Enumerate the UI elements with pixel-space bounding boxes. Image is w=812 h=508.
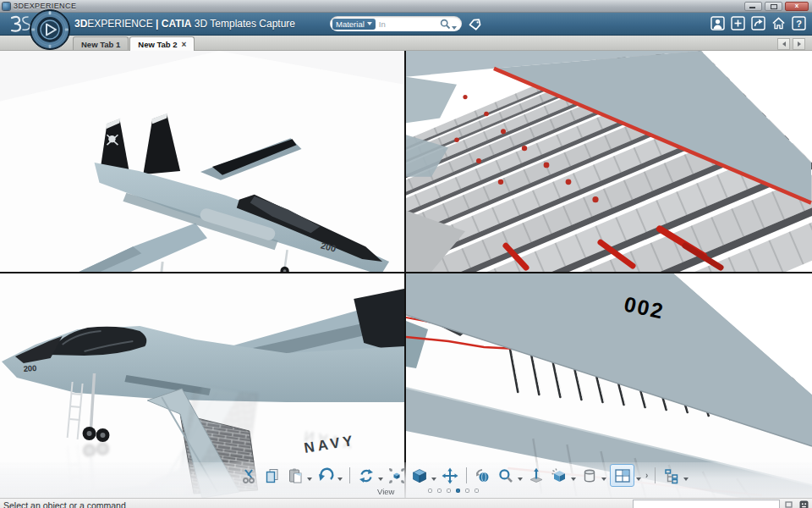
iso-view-icon (411, 467, 428, 484)
shading-icon (551, 467, 568, 484)
turn-icon (475, 467, 491, 484)
pan-button[interactable] (440, 466, 460, 486)
restore-button[interactable] (765, 2, 782, 11)
turn-button[interactable] (473, 466, 493, 486)
paste-icon (287, 467, 304, 484)
section-button[interactable] (579, 466, 600, 486)
shading-options-caret-icon[interactable] (571, 478, 576, 481)
tab-new-tab-1[interactable]: New Tab 1 (73, 36, 129, 50)
tree-button[interactable] (661, 466, 682, 486)
update-options-caret-icon[interactable] (378, 478, 383, 481)
undo-icon (317, 467, 334, 484)
pager-dot[interactable] (465, 489, 469, 493)
viewport-top-right[interactable] (406, 51, 812, 273)
tab-scroll-right-button[interactable] (793, 38, 805, 50)
fit-all-in-icon (388, 467, 405, 484)
shading-button[interactable] (549, 466, 569, 486)
power-input-field[interactable] (633, 500, 780, 508)
tab-bar: New Tab 1 New Tab 2 × (0, 36, 812, 51)
panel-toggle-icon[interactable] (785, 501, 794, 508)
chevron-down-icon (367, 22, 372, 25)
cut-icon (241, 467, 258, 484)
view-pager (428, 489, 479, 493)
compass-west-notch[interactable] (31, 29, 35, 31)
tab-label: New Tab 1 (81, 40, 120, 49)
zoom-icon (497, 467, 514, 484)
toolbar-separator (466, 467, 467, 483)
home-button[interactable] (771, 16, 786, 30)
undo-options-caret-icon[interactable] (337, 478, 343, 481)
section-options-caret-icon[interactable] (601, 478, 606, 481)
search-filter-dropdown[interactable]: Material (332, 19, 376, 30)
toolbar-overflow-chevron-icon[interactable]: › (645, 471, 648, 480)
section-icon (581, 467, 598, 484)
brand-experience: EXPERIENCE (87, 18, 152, 30)
marking-200: 200 (23, 363, 37, 373)
update-icon (358, 467, 375, 484)
os-title-bar: 3DEXPERIENCE x (0, 0, 812, 13)
arrow-left-icon (782, 41, 786, 47)
tab-close-icon[interactable]: × (182, 41, 187, 48)
plus-icon (731, 16, 745, 30)
pager-dot[interactable] (447, 489, 451, 493)
compass-north-notch[interactable] (49, 11, 52, 14)
status-bar: Select an object or a command (0, 498, 812, 508)
viewport-top-left[interactable]: 200 (0, 51, 406, 273)
pager-dot[interactable] (437, 489, 442, 493)
help-button[interactable]: ? (792, 16, 806, 30)
pager-dot-active[interactable] (456, 489, 460, 493)
home-icon (771, 16, 786, 30)
pager-dot[interactable] (428, 489, 432, 493)
normal-view-button[interactable] (526, 466, 546, 486)
split-view-icon (615, 469, 630, 483)
minimize-button[interactable] (744, 2, 762, 11)
add-content-button[interactable] (731, 16, 745, 30)
undo-button[interactable] (315, 466, 336, 486)
tab-new-tab-2[interactable]: New Tab 2 × (129, 36, 195, 51)
toolbar-separator (349, 467, 350, 483)
iso-view-options-caret-icon[interactable] (431, 478, 436, 481)
tab-label: New Tab 2 (138, 40, 177, 49)
close-button[interactable]: x (785, 2, 809, 11)
viewport-grid: 200 (0, 51, 812, 498)
split-view-button[interactable] (610, 464, 634, 487)
brand-app: CATIA (162, 18, 192, 30)
brand-divider: | (153, 18, 162, 30)
search-input[interactable] (376, 19, 440, 29)
compass-east-notch[interactable] (65, 29, 69, 31)
cut-button[interactable] (239, 466, 260, 486)
minimize-icon (749, 7, 755, 8)
tab-scroll-left-button[interactable] (777, 38, 790, 50)
zoom-options-caret-icon[interactable] (518, 478, 523, 481)
tag-icon (469, 19, 481, 30)
compass-south-notch[interactable] (49, 45, 52, 48)
pager-dot[interactable] (475, 489, 479, 493)
search-filter-label: Material (336, 19, 365, 29)
user-icon (710, 16, 725, 30)
copy-button[interactable] (262, 466, 283, 486)
restore-icon (771, 4, 777, 9)
tree-options-caret-icon[interactable] (683, 478, 689, 481)
fit-all-in-button[interactable] (387, 466, 407, 486)
paste-button[interactable] (285, 466, 305, 486)
tag-button[interactable] (469, 19, 481, 34)
search-box[interactable]: Material (330, 16, 462, 31)
update-button[interactable] (356, 466, 376, 486)
close-icon: x (786, 2, 808, 9)
iso-view-button[interactable] (409, 466, 430, 486)
paste-options-caret-icon[interactable] (307, 478, 312, 481)
search-options-caret-icon (452, 26, 457, 30)
assistant-icon[interactable] (799, 500, 809, 508)
share-button[interactable] (751, 16, 765, 30)
search-icon[interactable] (440, 19, 457, 30)
app-icon (3, 3, 10, 10)
3d-compass[interactable] (29, 8, 71, 51)
split-view-options-caret-icon[interactable] (636, 478, 641, 481)
zoom-button[interactable] (496, 466, 516, 486)
arrow-right-icon (798, 41, 801, 47)
share-arrow-icon (751, 16, 765, 30)
status-message: Select an object or a command (0, 500, 126, 508)
normal-view-icon (528, 467, 545, 484)
view-action-bar: › View (0, 462, 812, 498)
user-profile-button[interactable] (710, 16, 725, 30)
